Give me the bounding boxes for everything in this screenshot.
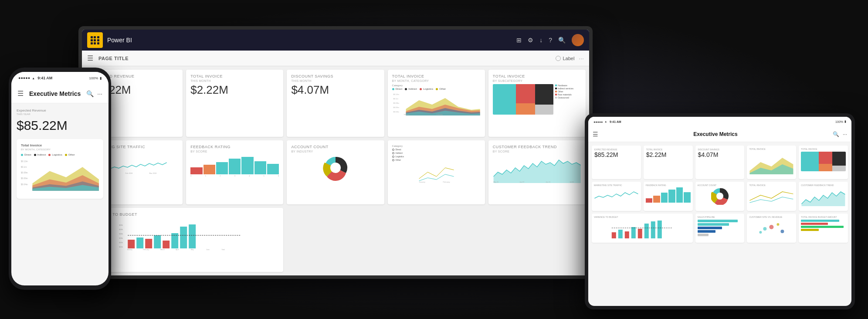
svg-rect-33 bbox=[163, 241, 170, 248]
svg-text:January: January bbox=[403, 114, 409, 115]
treemap-legend: Hardware Indirect services Other bbox=[555, 84, 581, 115]
svg-text:$0.12m: $0.12m bbox=[21, 160, 28, 163]
card-total-invoice-line: Category Direct Indirect Logistics Other… bbox=[388, 140, 485, 204]
help-icon[interactable]: ? bbox=[549, 37, 552, 44]
download-icon[interactable]: ↓ bbox=[539, 37, 542, 44]
indirect-svc-square bbox=[555, 88, 557, 89]
svg-rect-36 bbox=[189, 224, 196, 248]
more-icon[interactable]: ··· bbox=[579, 55, 584, 62]
tablet-metric-revenue: Expected Revenue $85.22M bbox=[592, 146, 641, 179]
search-icon[interactable]: 🔍 bbox=[558, 37, 566, 44]
tablet-customer-title: Customer Feedback Trend bbox=[801, 184, 846, 187]
svg-rect-30 bbox=[136, 238, 143, 248]
tablet-area-svg bbox=[749, 151, 794, 175]
svg-text:February: February bbox=[143, 249, 149, 251]
tablet-device: ●●●●● ▲ 9:41 AM 100% ▮ ☰ Executive Metri… bbox=[585, 113, 855, 309]
treemap-dark bbox=[535, 84, 553, 105]
tablet-pipeline-title: Sales Pipeline bbox=[698, 216, 743, 218]
pipeline-bar-2 bbox=[698, 223, 729, 226]
tablet-wifi-icon: ●●●●● bbox=[593, 120, 603, 123]
svg-point-71 bbox=[777, 223, 780, 226]
phone-indirect-dot bbox=[34, 154, 36, 156]
tablet-feedback-chart: Feedback Rating bbox=[644, 182, 693, 211]
topbar-icons: ⊞ ⚙ ↓ ? 🔍 bbox=[516, 34, 584, 46]
tablet-time: 9:41 AM bbox=[610, 120, 621, 123]
tab-bar-5 bbox=[676, 187, 683, 203]
user-avatar[interactable] bbox=[572, 34, 584, 46]
treemap-legend-area: Hardware Indirect services Other bbox=[493, 84, 581, 115]
phone-header: ☰ Executive Metrics 🔍 ··· bbox=[11, 84, 108, 103]
svg-text:$0.04m: $0.04m bbox=[21, 183, 28, 186]
phone-search-icon[interactable]: 🔍 bbox=[86, 90, 94, 97]
tablet-signal-icon: ▲ bbox=[604, 120, 607, 123]
logistics-color-dot bbox=[420, 88, 422, 90]
settings-icon[interactable]: ⚙ bbox=[528, 37, 533, 44]
card-variance-sub: BY MONTH bbox=[90, 217, 279, 221]
other-color-dot bbox=[436, 88, 438, 90]
card-account-count: Account Count BY INDUSTRY bbox=[287, 140, 384, 204]
legend-hardware: Hardware bbox=[555, 84, 581, 87]
phone-app-title: Executive Metrics bbox=[24, 90, 86, 97]
treemap-visual bbox=[493, 84, 553, 115]
card-account-sub: BY INDUSTRY bbox=[291, 150, 380, 153]
dashboard-grid: Expected Revenue THIS YEAR $85.22M Total… bbox=[82, 66, 589, 275]
card-variance-title: Varience to Budget bbox=[90, 212, 279, 217]
phone-menu-icon[interactable]: ☰ bbox=[17, 89, 24, 98]
tablet-customer-revenue: Customer Site vs. Revenue bbox=[747, 214, 796, 243]
tablet-menu-icon[interactable]: ☰ bbox=[593, 131, 598, 138]
svg-text:$0.04m: $0.04m bbox=[393, 111, 399, 113]
budget-bar-3 bbox=[801, 226, 844, 228]
bar-4 bbox=[229, 159, 241, 174]
card-discount-savings-title: Discount Savings bbox=[291, 74, 380, 78]
phone-status-bar: ●●●●● ▲ 9:41 AM 100% ▮ bbox=[11, 72, 108, 84]
tablet-metric-savings: Discount Savings $4.07M bbox=[695, 146, 745, 179]
filter-logistics: Logistics bbox=[392, 155, 481, 158]
tablet-marketing-chart: Marketing Site Traffic bbox=[592, 182, 641, 211]
card-feedback-sub: BY SCORE bbox=[190, 150, 279, 153]
svg-text:$0.12m: $0.12m bbox=[393, 93, 399, 95]
legend-indirect-svc: Indirect services bbox=[555, 87, 581, 90]
tablet-content: Expected Revenue $85.22M Total Invoice $… bbox=[588, 142, 851, 246]
svg-point-72 bbox=[781, 230, 784, 233]
tablet-customer-revenue-title: Customer Site vs. Revenue bbox=[749, 216, 794, 218]
phone-other-dot bbox=[65, 154, 67, 156]
powerbi-topbar: Power BI ⊞ ⚙ ↓ ? 🔍 bbox=[82, 30, 589, 51]
legend-outsourced: Outsourced bbox=[555, 96, 581, 99]
direct-color-dot bbox=[392, 88, 394, 90]
tablet-sales-pipeline: Sales Pipeline bbox=[695, 214, 745, 243]
card-customer-feedback-sub: BY SCORE bbox=[493, 150, 581, 153]
bar-7 bbox=[267, 164, 279, 174]
bar-x-axis: 0123456 bbox=[190, 175, 279, 177]
sub-toolbar-right: Label ··· bbox=[556, 55, 584, 62]
svg-text:$60k: $60k bbox=[119, 224, 123, 226]
tablet-treemap-dark bbox=[832, 152, 846, 166]
tablet-treemap-title: Total Invoice bbox=[801, 148, 846, 150]
svg-text:$40k: $40k bbox=[119, 233, 123, 235]
bar-6 bbox=[254, 161, 266, 174]
category-label: Category bbox=[392, 84, 481, 87]
tablet-search-icon[interactable]: 🔍 bbox=[833, 131, 839, 137]
svg-text:$30k: $30k bbox=[119, 237, 123, 239]
tablet-pie-svg bbox=[711, 187, 729, 205]
hardware-square bbox=[555, 85, 557, 86]
card-discount-savings-sub: THIS MONTH bbox=[291, 79, 380, 82]
powerbi-logo-button[interactable] bbox=[87, 32, 103, 48]
phone-more-icon[interactable]: ··· bbox=[97, 90, 102, 97]
mobile-phone: ●●●●● ▲ 9:41 AM 100% ▮ ☰ Executive Metri… bbox=[9, 68, 111, 290]
tablet-scatter-svg bbox=[749, 219, 794, 239]
pipeline-bar-4 bbox=[698, 230, 715, 233]
hamburger-icon[interactable]: ☰ bbox=[87, 54, 93, 62]
legend-other: Other bbox=[436, 88, 446, 90]
tablet-treemap-col3 bbox=[832, 152, 846, 171]
share-icon[interactable]: ⊞ bbox=[516, 37, 522, 44]
tablet-revenue-label: Expected Revenue bbox=[594, 148, 638, 151]
label-button[interactable]: Label bbox=[556, 56, 574, 61]
svg-rect-32 bbox=[154, 235, 161, 248]
phone-revenue-value: $85.22M bbox=[17, 118, 103, 133]
tablet-more-icon[interactable]: ··· bbox=[843, 131, 847, 137]
svg-text:$0.06m: $0.06m bbox=[21, 177, 28, 180]
tablet-header: ☰ Executive Metrics 🔍 ··· bbox=[588, 126, 851, 142]
card-total-invoice-area: Total Invoice BY MONTH, CATEGORY Categor… bbox=[388, 70, 485, 137]
budget-bars bbox=[801, 220, 846, 231]
svg-point-15 bbox=[330, 163, 341, 173]
